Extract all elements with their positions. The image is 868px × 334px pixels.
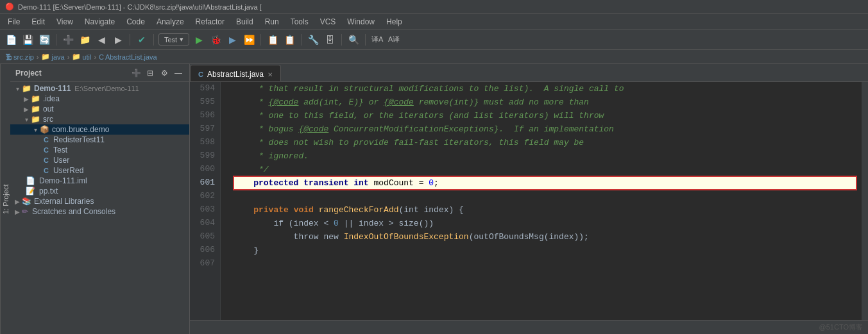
scratch-icon: ✏ — [22, 207, 28, 216]
toolbar-folder-button[interactable]: 📁 — [78, 33, 92, 47]
menu-file[interactable]: File — [3, 16, 25, 28]
menu-view[interactable]: View — [51, 16, 78, 28]
debug-button[interactable]: 🐞 — [208, 33, 223, 47]
toolbar-save-button[interactable]: 💾 — [21, 33, 35, 47]
run-config-arrow: ▾ — [180, 35, 183, 44]
code-line-603: private void rangeCheckForAdd (int index… — [234, 203, 856, 217]
menu-navigate[interactable]: Navigate — [80, 16, 120, 28]
tree-item-pptxt[interactable]: 📝 pp.txt — [10, 186, 189, 196]
breadcrumb-sep-1: › — [37, 53, 39, 61]
toolbar-separator-2 — [130, 34, 130, 46]
tree-item-redistertest[interactable]: C RedisterTest11 — [10, 135, 189, 145]
menu-build[interactable]: Build — [231, 16, 259, 28]
run-config-label: Test — [164, 36, 177, 44]
code-span — [298, 176, 303, 190]
breadcrumb-file[interactable]: C AbstractList.java — [99, 53, 157, 61]
editor-tab-abstractlist[interactable]: C AbstractList.java ✕ — [190, 65, 281, 81]
menu-run[interactable]: Run — [260, 16, 284, 28]
tree-label-test: Test — [53, 146, 67, 154]
arrow-out: ▶ — [22, 106, 31, 113]
toolbar-back-button[interactable]: ◀ — [94, 33, 108, 47]
tree-collapse-icon[interactable]: ⊟ — [144, 67, 156, 79]
menu-code[interactable]: Code — [121, 16, 150, 28]
code-span: modCount = — [369, 176, 429, 190]
tree-item-out[interactable]: ▶ 📁 out — [10, 104, 189, 114]
package-icon: 📦 — [40, 125, 49, 134]
run-config-dropdown[interactable]: Test ▾ — [158, 33, 189, 46]
tree-item-package[interactable]: ▾ 📦 com.bruce.demo — [10, 124, 189, 135]
editor-area: C AbstractList.java ✕ 594 595 596 597 59… — [190, 64, 868, 334]
tree-item-user[interactable]: C User — [10, 155, 189, 165]
tree-label-scratches: Scratches and Consoles — [32, 207, 115, 216]
linenum-600: 600 — [195, 163, 215, 176]
code-span: * — [234, 96, 269, 109]
toolbar-git2-button[interactable]: 📋 — [282, 33, 296, 47]
toolbar-forward-button[interactable]: ▶ — [111, 33, 125, 47]
code-span: {@code — [384, 96, 414, 109]
run-coverage-button[interactable]: ▶ — [225, 33, 239, 47]
code-line-605: throw new IndexOutOfBoundsException (out… — [234, 230, 856, 244]
toolbar-separator-5 — [301, 34, 302, 46]
tree-add-icon[interactable]: ➕ — [130, 67, 142, 79]
menu-analyze[interactable]: Analyze — [151, 16, 189, 28]
tree-item-userred[interactable]: C UserRed — [10, 165, 189, 176]
title-bar: 🔴 Demo-111 [E:\Server\Demo-111] - C:\JDK… — [0, 0, 868, 14]
code-content[interactable]: * that result in structural modification… — [228, 82, 862, 320]
toolbar-search-button[interactable]: 🔍 — [346, 33, 361, 47]
arrow-package: ▾ — [31, 126, 40, 133]
code-span: if (index < — [234, 217, 334, 230]
menu-vcs[interactable]: VCS — [315, 16, 341, 28]
breadcrumb: 🗜 src.zip › 📁 java › 📁 util › C Abstract… — [0, 50, 868, 64]
code-span: an implementation — [524, 122, 614, 136]
tree-settings-icon[interactable]: ⚙ — [158, 67, 170, 79]
toolbar-db-button[interactable]: 🗄 — [323, 33, 337, 47]
code-span: IndexOutOfBoundsException — [344, 230, 469, 244]
project-panel-tab[interactable]: 1: Project — [0, 64, 10, 334]
code-line-607 — [234, 257, 856, 271]
tree-item-demo111[interactable]: ▾ 📁 Demo-111 E:\Server\Demo-111 — [10, 83, 189, 94]
code-line-602 — [234, 190, 856, 203]
status-bar: @51CTO博客 — [190, 320, 868, 334]
toolbar-wrench-button[interactable]: 🔧 — [306, 33, 320, 47]
toolbar-git-button[interactable]: 📋 — [266, 33, 280, 47]
toolbar-lang2-button[interactable]: A译 — [387, 33, 401, 47]
tree-item-scratches[interactable]: ▶ ✏ Scratches and Consoles — [10, 206, 189, 217]
menu-window[interactable]: Window — [342, 16, 380, 28]
linenum-599: 599 — [195, 149, 215, 163]
code-area: 594 595 596 597 598 599 600 601 602 603 … — [190, 82, 868, 320]
toolbar-add-button[interactable]: ➕ — [61, 33, 75, 47]
linenum-596: 596 — [195, 109, 215, 122]
profile-button[interactable]: ⏩ — [242, 33, 256, 47]
code-span: * does not wish to provide fail-fast ite… — [234, 136, 584, 149]
menu-edit[interactable]: Edit — [26, 16, 50, 28]
breadcrumb-srczip[interactable]: 🗜 src.zip — [5, 53, 34, 61]
toolbar-new-button[interactable]: 📄 — [4, 33, 18, 47]
menu-refactor[interactable]: Refactor — [191, 16, 230, 28]
scrollbar-vertical[interactable] — [862, 82, 868, 320]
code-span: || index > size()) — [339, 217, 434, 230]
tree-hide-icon[interactable]: — — [173, 67, 184, 79]
toolbar-checkmark-button[interactable]: ✔ — [135, 33, 149, 47]
tree-label-user: User — [53, 156, 69, 165]
tree-item-test[interactable]: C Test — [10, 145, 189, 155]
lib-icon: 📚 — [22, 197, 31, 206]
breadcrumb-util[interactable]: 📁 util — [72, 53, 91, 61]
tree-item-idea[interactable]: ▶ 📁 .idea — [10, 94, 189, 104]
tree-label-iml: Demo-111.iml — [39, 176, 87, 185]
tree-item-iml[interactable]: 📄 Demo-111.iml — [10, 176, 189, 186]
app-icon: 🔴 — [5, 3, 14, 11]
code-span: protected — [234, 176, 298, 190]
run-button[interactable]: ▶ — [192, 33, 206, 47]
toolbar-sync-button[interactable]: 🔄 — [37, 33, 51, 47]
code-span: * one to this field, or the iterators (a… — [234, 109, 604, 122]
tree-item-extlibs[interactable]: ▶ 📚 External Libraries — [10, 196, 189, 206]
toolbar-separator-4 — [260, 34, 261, 46]
toolbar-lang1-button[interactable]: 译A — [370, 33, 384, 47]
tab-close-button[interactable]: ✕ — [268, 71, 273, 78]
tree-item-src[interactable]: ▾ 📁 src — [10, 114, 189, 124]
menu-help[interactable]: Help — [381, 16, 407, 28]
code-span: {@code — [298, 122, 328, 136]
linenum-604: 604 — [195, 217, 215, 230]
menu-tools[interactable]: Tools — [285, 16, 314, 28]
breadcrumb-java[interactable]: 📁 java — [41, 53, 64, 61]
